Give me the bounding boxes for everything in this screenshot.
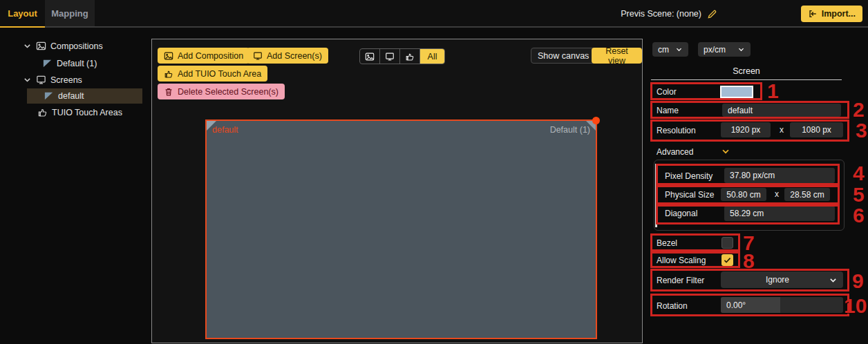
top-bar: Layout Mapping Previs Scene: (none) Impo… — [0, 0, 868, 28]
section-divider — [651, 79, 842, 80]
annotation-number-4: 4 — [853, 163, 865, 184]
thumb-icon — [405, 52, 415, 61]
selected-unit: cm — [658, 45, 669, 55]
annotation-number-9: 9 — [852, 271, 864, 292]
chevron-down-icon[interactable] — [721, 146, 730, 156]
import-icon — [808, 9, 818, 19]
sidebar-item-label: Compositions — [50, 41, 103, 51]
import-button[interactable]: Import... — [801, 6, 862, 22]
annotation-box-7 — [650, 233, 740, 251]
screen-type-filter-group: All — [359, 48, 445, 64]
button-label: Add Composition — [178, 51, 243, 61]
sidebar-item-label: Default (1) — [57, 59, 97, 68]
button-label: Add TUIO Touch Area — [178, 69, 261, 79]
button-label: Add Screen(s) — [267, 51, 322, 61]
screen-name-label: default — [212, 125, 238, 135]
composition-icon — [164, 51, 173, 61]
button-label: Reset view — [598, 46, 636, 66]
tab-bar-divider — [0, 26, 868, 28]
sidebar-item-default-screen[interactable]: default — [44, 88, 84, 103]
filter-tuio-button[interactable] — [400, 49, 420, 64]
previs-scene-label: Previs Scene: (none) — [621, 9, 701, 19]
show-canvas-button[interactable]: Show canvas — [531, 48, 596, 64]
annotation-number-2: 2 — [853, 99, 865, 120]
sidebar-item-label: Screens — [50, 75, 82, 85]
sidebar-item-compositions[interactable]: Compositions — [23, 39, 103, 53]
sidebar-item-label: TUIO Touch Areas — [52, 108, 122, 117]
composition-icon — [36, 41, 46, 51]
advanced-section-toggle[interactable]: Advanced — [657, 147, 693, 157]
filter-screens-button[interactable] — [380, 49, 400, 64]
screen-icon — [385, 52, 395, 61]
annotation-box-3 — [650, 120, 849, 142]
unit-select-cm[interactable]: cm — [652, 42, 688, 57]
annotation-number-6: 6 — [853, 205, 865, 226]
annotation-box-4 — [656, 164, 840, 185]
chevron-down-icon — [675, 46, 683, 53]
edit-pencil-icon[interactable] — [707, 9, 717, 19]
screen-icon — [253, 51, 263, 61]
screen-icon — [36, 75, 46, 85]
chevron-down-icon[interactable] — [23, 41, 32, 50]
import-label: Import... — [822, 9, 856, 19]
thumb-icon — [37, 107, 48, 117]
annotation-box-2 — [650, 101, 849, 119]
layout-canvas-panel[interactable]: Add Composition Add Screen(s) Add TUIO T… — [151, 39, 643, 343]
composition-icon — [365, 52, 375, 61]
add-screens-button[interactable]: Add Screen(s) — [247, 48, 328, 64]
chevron-down-icon[interactable] — [23, 75, 32, 84]
application-window: Layout Mapping Previs Scene: (none) Impo… — [0, 0, 868, 344]
previs-scene-area: Previs Scene: (none) — [621, 0, 717, 28]
screen-object-default[interactable]: default Default (1) — [205, 120, 597, 339]
tab-layout[interactable]: Layout — [0, 0, 45, 26]
filter-compositions-button[interactable] — [360, 49, 380, 64]
composition-badge: Default (1) — [550, 125, 590, 135]
annotation-number-5: 5 — [853, 184, 865, 205]
resize-handle[interactable] — [592, 117, 600, 124]
annotation-box-1 — [650, 82, 762, 100]
annotation-box-6 — [656, 204, 840, 224]
delete-selected-screens-button[interactable]: Delete Selected Screen(s) — [158, 84, 285, 99]
annotation-number-10: 10 — [844, 296, 867, 316]
annotation-box-8 — [650, 251, 740, 268]
reset-view-button[interactable]: Reset view — [592, 48, 642, 64]
sidebar-item-tuio-touch-areas[interactable]: TUIO Touch Areas — [37, 105, 122, 120]
screen-triangle-icon — [44, 90, 54, 101]
annotation-box-5 — [656, 185, 840, 204]
annotation-number-3: 3 — [856, 120, 867, 141]
selected-unit: px/cm — [704, 45, 726, 55]
add-composition-button[interactable]: Add Composition — [158, 48, 249, 64]
button-label: Show canvas — [538, 51, 589, 61]
composition-triangle-icon — [42, 58, 53, 68]
sidebar-item-label: default — [58, 91, 84, 101]
annotation-number-8: 8 — [743, 251, 755, 271]
thumb-icon — [164, 69, 173, 79]
filter-all-button[interactable]: All — [420, 49, 444, 64]
add-tuio-touch-area-button[interactable]: Add TUIO Touch Area — [158, 66, 267, 82]
chevron-down-icon — [737, 46, 745, 53]
tab-mapping[interactable]: Mapping — [45, 0, 95, 26]
unit-select-px-cm[interactable]: px/cm — [698, 42, 751, 57]
active-tab-indicator — [0, 26, 45, 28]
trash-icon — [164, 87, 173, 97]
inspector-section-title: Screen — [651, 66, 842, 76]
button-label: Delete Selected Screen(s) — [178, 87, 279, 97]
sidebar-item-default-composition[interactable]: Default (1) — [42, 56, 97, 70]
sidebar-item-screens[interactable]: Screens — [23, 73, 82, 87]
annotation-box-10 — [650, 294, 849, 316]
annotation-number-1: 1 — [767, 81, 779, 102]
